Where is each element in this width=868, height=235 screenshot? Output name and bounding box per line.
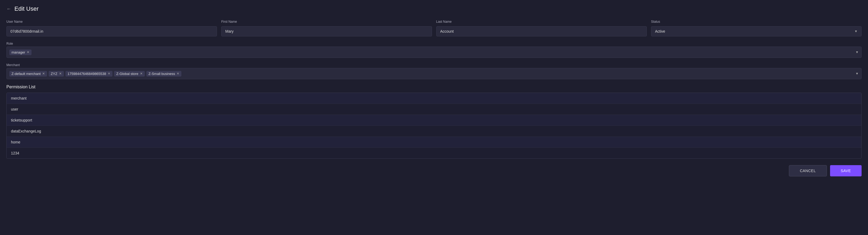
status-value: Active bbox=[655, 29, 855, 33]
merchant-tag-small-business: Z-Small business ✕ bbox=[146, 71, 182, 77]
firstname-group: First Name bbox=[221, 20, 432, 36]
main-form-row: User Name First Name Last Name Status Ac… bbox=[6, 20, 862, 36]
cancel-button[interactable]: CANCEL bbox=[789, 165, 827, 176]
lastname-input[interactable] bbox=[436, 26, 647, 36]
role-tag-label: manager bbox=[11, 50, 25, 54]
save-button[interactable]: SAVE bbox=[830, 165, 862, 176]
page-container: ← Edit User User Name First Name Last Na… bbox=[0, 0, 868, 186]
permission-section: Permission List merchant user ticketsupp… bbox=[6, 84, 862, 159]
merchant-tag-label: Z-Global store bbox=[116, 72, 138, 76]
permission-list: merchant user ticketsupport dataExchange… bbox=[6, 93, 862, 159]
list-item: ticketsupport bbox=[7, 115, 861, 126]
role-tag-manager: manager ✕ bbox=[9, 50, 32, 55]
username-group: User Name bbox=[6, 20, 217, 36]
list-item: 1234 bbox=[7, 148, 861, 158]
status-group: Status Active ▼ bbox=[651, 20, 862, 36]
page-title: Edit User bbox=[14, 5, 38, 12]
merchant-label: Merchant bbox=[6, 63, 862, 67]
merchant-chevron-down-icon: ▼ bbox=[856, 72, 859, 76]
merchant-tag-zyz: ZYZ ✕ bbox=[49, 71, 64, 77]
merchant-tag-remove-3[interactable]: ✕ bbox=[108, 72, 110, 75]
merchant-tag-label: ZYZ bbox=[51, 72, 57, 76]
merchant-tag-global-store: Z-Global store ✕ bbox=[114, 71, 145, 77]
role-chevron-down-icon: ▼ bbox=[856, 50, 859, 54]
merchant-tag-label: Z-default merchant bbox=[11, 72, 41, 76]
merchant-tag-remove-5[interactable]: ✕ bbox=[177, 72, 179, 75]
merchant-tag-remove-2[interactable]: ✕ bbox=[59, 72, 62, 75]
footer-actions: CANCEL SAVE bbox=[6, 165, 862, 181]
lastname-label: Last Name bbox=[436, 20, 647, 24]
status-select[interactable]: Active ▼ bbox=[651, 26, 862, 36]
list-item: home bbox=[7, 137, 861, 148]
back-button[interactable]: ← bbox=[6, 6, 11, 12]
role-label: Role bbox=[6, 42, 862, 46]
merchant-tag-z-default: Z-default merchant ✕ bbox=[9, 71, 47, 77]
merchant-section: Merchant Z-default merchant ✕ ZYZ ✕ 1759… bbox=[6, 63, 862, 79]
list-item: merchant bbox=[7, 93, 861, 104]
chevron-down-icon: ▼ bbox=[855, 29, 858, 33]
list-item: dataExchangeLog bbox=[7, 126, 861, 137]
firstname-label: First Name bbox=[221, 20, 432, 24]
firstname-input[interactable] bbox=[221, 26, 432, 36]
role-multi-select[interactable]: manager ✕ ▼ bbox=[6, 47, 862, 58]
username-input[interactable] bbox=[6, 26, 217, 36]
page-header: ← Edit User bbox=[6, 5, 862, 12]
status-label: Status bbox=[651, 20, 862, 24]
merchant-tag-remove-1[interactable]: ✕ bbox=[42, 72, 45, 75]
permission-list-title: Permission List bbox=[6, 84, 862, 89]
lastname-group: Last Name bbox=[436, 20, 647, 36]
merchant-tag-label: Z-Small business bbox=[149, 72, 175, 76]
merchant-multi-select[interactable]: Z-default merchant ✕ ZYZ ✕ 1759844764684… bbox=[6, 68, 862, 79]
list-item: user bbox=[7, 104, 861, 115]
username-label: User Name bbox=[6, 20, 217, 24]
merchant-tag-remove-4[interactable]: ✕ bbox=[140, 72, 143, 75]
role-section: Role manager ✕ ▼ bbox=[6, 42, 862, 58]
role-tag-remove[interactable]: ✕ bbox=[27, 51, 29, 54]
merchant-tag-label: 17598447646849865538 bbox=[68, 72, 106, 76]
merchant-tag-long-id: 17598447646849865538 ✕ bbox=[65, 71, 113, 77]
